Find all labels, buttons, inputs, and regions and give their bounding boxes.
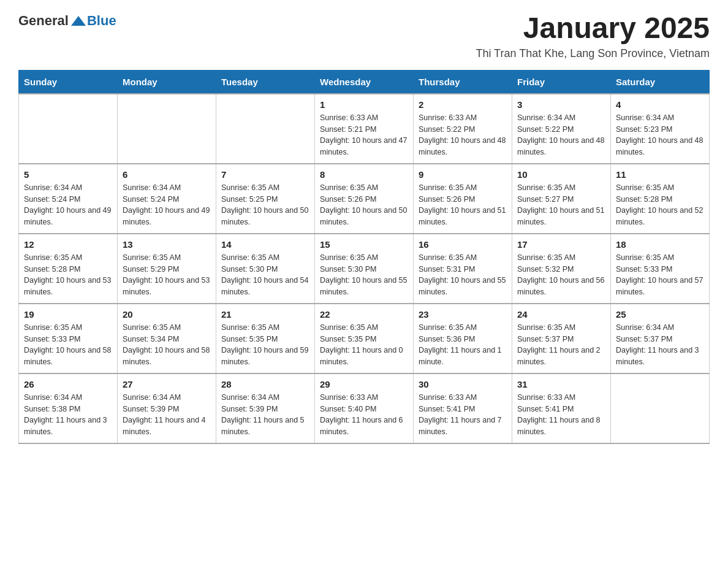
day-number: 4 bbox=[616, 99, 704, 110]
calendar-cell: 21Sunrise: 6:35 AMSunset: 5:35 PMDayligh… bbox=[216, 304, 315, 373]
day-number: 8 bbox=[320, 169, 408, 180]
calendar-cell: 31Sunrise: 6:33 AMSunset: 5:41 PMDayligh… bbox=[512, 373, 611, 443]
title-block: January 2025 Thi Tran That Khe, Lang Son… bbox=[476, 12, 710, 60]
day-number: 17 bbox=[517, 239, 605, 250]
calendar-cell: 20Sunrise: 6:35 AMSunset: 5:34 PMDayligh… bbox=[118, 304, 216, 373]
calendar-cell: 16Sunrise: 6:35 AMSunset: 5:31 PMDayligh… bbox=[414, 234, 512, 304]
calendar-cell bbox=[118, 94, 216, 164]
calendar-header-wednesday: Wednesday bbox=[315, 70, 414, 94]
day-info: Sunrise: 6:35 AMSunset: 5:31 PMDaylight:… bbox=[419, 252, 507, 298]
day-info: Sunrise: 6:35 AMSunset: 5:35 PMDaylight:… bbox=[320, 322, 408, 368]
calendar-cell: 4Sunrise: 6:34 AMSunset: 5:23 PMDaylight… bbox=[611, 94, 710, 164]
day-info: Sunrise: 6:34 AMSunset: 5:22 PMDaylight:… bbox=[517, 112, 605, 158]
calendar-cell: 24Sunrise: 6:35 AMSunset: 5:37 PMDayligh… bbox=[512, 304, 611, 373]
day-info: Sunrise: 6:34 AMSunset: 5:24 PMDaylight:… bbox=[24, 182, 112, 228]
calendar-cell: 13Sunrise: 6:35 AMSunset: 5:29 PMDayligh… bbox=[118, 234, 216, 304]
calendar-cell: 6Sunrise: 6:34 AMSunset: 5:24 PMDaylight… bbox=[118, 164, 216, 234]
day-info: Sunrise: 6:33 AMSunset: 5:21 PMDaylight:… bbox=[320, 112, 408, 158]
day-info: Sunrise: 6:33 AMSunset: 5:22 PMDaylight:… bbox=[419, 112, 507, 158]
day-info: Sunrise: 6:33 AMSunset: 5:40 PMDaylight:… bbox=[320, 392, 408, 438]
calendar-cell: 11Sunrise: 6:35 AMSunset: 5:28 PMDayligh… bbox=[611, 164, 710, 234]
day-number: 10 bbox=[517, 169, 605, 180]
day-number: 2 bbox=[419, 99, 507, 110]
calendar-cell: 10Sunrise: 6:35 AMSunset: 5:27 PMDayligh… bbox=[512, 164, 611, 234]
day-number: 3 bbox=[517, 99, 605, 110]
calendar-week-row: 1Sunrise: 6:33 AMSunset: 5:21 PMDaylight… bbox=[19, 94, 710, 164]
day-info: Sunrise: 6:35 AMSunset: 5:35 PMDaylight:… bbox=[221, 322, 309, 368]
day-info: Sunrise: 6:35 AMSunset: 5:30 PMDaylight:… bbox=[221, 252, 309, 298]
calendar-cell: 2Sunrise: 6:33 AMSunset: 5:22 PMDaylight… bbox=[414, 94, 512, 164]
logo-blue: Blue bbox=[87, 13, 116, 29]
day-number: 9 bbox=[419, 169, 507, 180]
day-number: 30 bbox=[419, 379, 507, 389]
day-info: Sunrise: 6:34 AMSunset: 5:37 PMDaylight:… bbox=[616, 322, 704, 368]
calendar-cell: 8Sunrise: 6:35 AMSunset: 5:26 PMDaylight… bbox=[315, 164, 414, 234]
day-info: Sunrise: 6:35 AMSunset: 5:32 PMDaylight:… bbox=[517, 252, 605, 298]
calendar-header-tuesday: Tuesday bbox=[216, 70, 315, 94]
day-info: Sunrise: 6:34 AMSunset: 5:23 PMDaylight:… bbox=[616, 112, 704, 158]
calendar-cell: 5Sunrise: 6:34 AMSunset: 5:24 PMDaylight… bbox=[19, 164, 118, 234]
calendar-week-row: 12Sunrise: 6:35 AMSunset: 5:28 PMDayligh… bbox=[19, 234, 710, 304]
day-info: Sunrise: 6:33 AMSunset: 5:41 PMDaylight:… bbox=[517, 392, 605, 438]
calendar-cell: 14Sunrise: 6:35 AMSunset: 5:30 PMDayligh… bbox=[216, 234, 315, 304]
calendar-header-thursday: Thursday bbox=[414, 70, 512, 94]
day-number: 15 bbox=[320, 239, 408, 250]
day-number: 1 bbox=[320, 99, 408, 110]
calendar-week-row: 19Sunrise: 6:35 AMSunset: 5:33 PMDayligh… bbox=[19, 304, 710, 373]
day-info: Sunrise: 6:34 AMSunset: 5:38 PMDaylight:… bbox=[24, 392, 112, 438]
calendar-cell: 26Sunrise: 6:34 AMSunset: 5:38 PMDayligh… bbox=[19, 373, 118, 443]
day-number: 18 bbox=[616, 239, 704, 250]
logo-general: General bbox=[18, 13, 69, 29]
day-info: Sunrise: 6:35 AMSunset: 5:28 PMDaylight:… bbox=[616, 182, 704, 228]
calendar-cell: 12Sunrise: 6:35 AMSunset: 5:28 PMDayligh… bbox=[19, 234, 118, 304]
calendar-cell: 15Sunrise: 6:35 AMSunset: 5:30 PMDayligh… bbox=[315, 234, 414, 304]
calendar-header-sunday: Sunday bbox=[19, 70, 118, 94]
calendar-cell: 17Sunrise: 6:35 AMSunset: 5:32 PMDayligh… bbox=[512, 234, 611, 304]
day-info: Sunrise: 6:35 AMSunset: 5:34 PMDaylight:… bbox=[123, 322, 211, 368]
page-header: General Blue January 2025 Thi Tran That … bbox=[18, 12, 710, 60]
day-number: 22 bbox=[320, 309, 408, 320]
day-info: Sunrise: 6:35 AMSunset: 5:37 PMDaylight:… bbox=[517, 322, 605, 368]
day-info: Sunrise: 6:35 AMSunset: 5:26 PMDaylight:… bbox=[419, 182, 507, 228]
day-info: Sunrise: 6:35 AMSunset: 5:28 PMDaylight:… bbox=[24, 252, 112, 298]
calendar-cell bbox=[611, 373, 710, 443]
day-number: 21 bbox=[221, 309, 309, 320]
day-info: Sunrise: 6:35 AMSunset: 5:26 PMDaylight:… bbox=[320, 182, 408, 228]
calendar-cell: 9Sunrise: 6:35 AMSunset: 5:26 PMDaylight… bbox=[414, 164, 512, 234]
day-info: Sunrise: 6:34 AMSunset: 5:24 PMDaylight:… bbox=[123, 182, 211, 228]
day-number: 11 bbox=[616, 169, 704, 180]
day-number: 28 bbox=[221, 379, 309, 389]
calendar-cell: 1Sunrise: 6:33 AMSunset: 5:21 PMDaylight… bbox=[315, 94, 414, 164]
calendar-cell bbox=[19, 94, 118, 164]
day-info: Sunrise: 6:35 AMSunset: 5:36 PMDaylight:… bbox=[419, 322, 507, 368]
calendar-week-row: 26Sunrise: 6:34 AMSunset: 5:38 PMDayligh… bbox=[19, 373, 710, 443]
day-number: 23 bbox=[419, 309, 507, 320]
calendar-cell: 19Sunrise: 6:35 AMSunset: 5:33 PMDayligh… bbox=[19, 304, 118, 373]
day-number: 26 bbox=[24, 379, 112, 389]
day-number: 27 bbox=[123, 379, 211, 389]
day-info: Sunrise: 6:35 AMSunset: 5:29 PMDaylight:… bbox=[123, 252, 211, 298]
day-info: Sunrise: 6:35 AMSunset: 5:27 PMDaylight:… bbox=[517, 182, 605, 228]
logo-icon bbox=[70, 12, 87, 29]
location: Thi Tran That Khe, Lang Son Province, Vi… bbox=[476, 47, 710, 60]
day-number: 19 bbox=[24, 309, 112, 320]
day-number: 12 bbox=[24, 239, 112, 250]
calendar-cell: 23Sunrise: 6:35 AMSunset: 5:36 PMDayligh… bbox=[414, 304, 512, 373]
logo: General Blue bbox=[18, 12, 116, 29]
day-info: Sunrise: 6:34 AMSunset: 5:39 PMDaylight:… bbox=[221, 392, 309, 438]
calendar-cell: 22Sunrise: 6:35 AMSunset: 5:35 PMDayligh… bbox=[315, 304, 414, 373]
calendar-cell: 7Sunrise: 6:35 AMSunset: 5:25 PMDaylight… bbox=[216, 164, 315, 234]
calendar-cell: 25Sunrise: 6:34 AMSunset: 5:37 PMDayligh… bbox=[611, 304, 710, 373]
day-number: 7 bbox=[221, 169, 309, 180]
day-info: Sunrise: 6:35 AMSunset: 5:25 PMDaylight:… bbox=[221, 182, 309, 228]
calendar-header-friday: Friday bbox=[512, 70, 611, 94]
calendar-cell: 27Sunrise: 6:34 AMSunset: 5:39 PMDayligh… bbox=[118, 373, 216, 443]
day-info: Sunrise: 6:35 AMSunset: 5:30 PMDaylight:… bbox=[320, 252, 408, 298]
calendar-cell: 3Sunrise: 6:34 AMSunset: 5:22 PMDaylight… bbox=[512, 94, 611, 164]
day-number: 16 bbox=[419, 239, 507, 250]
calendar-cell: 18Sunrise: 6:35 AMSunset: 5:33 PMDayligh… bbox=[611, 234, 710, 304]
day-info: Sunrise: 6:35 AMSunset: 5:33 PMDaylight:… bbox=[24, 322, 112, 368]
day-number: 29 bbox=[320, 379, 408, 389]
calendar-cell: 28Sunrise: 6:34 AMSunset: 5:39 PMDayligh… bbox=[216, 373, 315, 443]
day-number: 6 bbox=[123, 169, 211, 180]
